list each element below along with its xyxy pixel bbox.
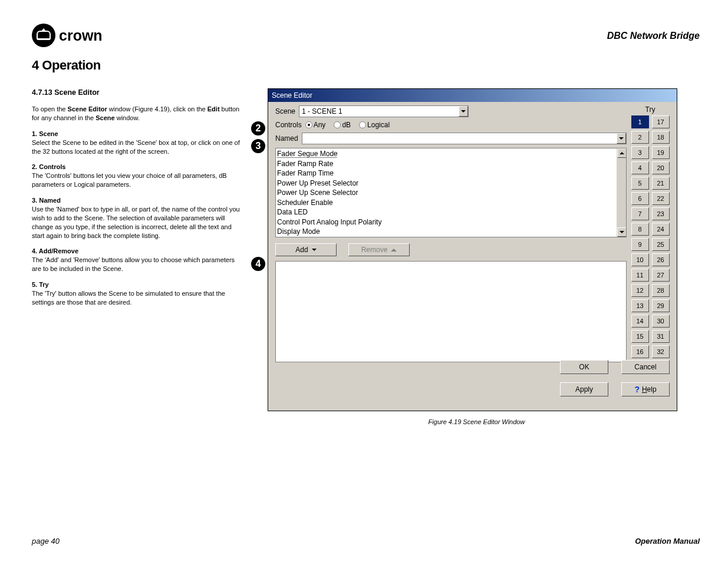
scene-button-10[interactable]: 10 <box>631 253 649 266</box>
list-item[interactable]: Fader Ramp Rate <box>277 159 615 169</box>
scene-button-28[interactable]: 28 <box>652 284 670 297</box>
scene-select-dropdown-button[interactable] <box>459 106 468 117</box>
radio-any-label: Any <box>314 121 326 129</box>
subsection-title: 4.7.13 Scene Editor <box>32 88 242 97</box>
help-icon: ? <box>634 385 640 394</box>
callout-2: 2 <box>251 121 265 135</box>
scene-button-19[interactable]: 19 <box>652 146 670 159</box>
list-item[interactable]: Control Port Analog Input Polarity <box>277 217 615 227</box>
scene-button-24[interactable]: 24 <box>652 223 670 236</box>
arrow-up-icon <box>620 152 624 154</box>
chevron-down-icon <box>461 110 466 113</box>
step-3-title: 3. Named <box>32 197 242 204</box>
callout-4: 4 <box>251 257 265 271</box>
figure-caption: Figure 4.19 Scene Editor Window <box>253 418 700 425</box>
scene-button-6[interactable]: 6 <box>631 192 649 205</box>
scene-button-1[interactable]: 1 <box>631 115 649 128</box>
doc-title: DBC Network Bridge <box>607 31 700 41</box>
arrow-down-icon <box>620 231 624 233</box>
scene-button-17[interactable]: 17 <box>652 115 670 128</box>
scene-button-9[interactable]: 9 <box>631 238 649 251</box>
radio-logical-label: Logical <box>367 121 390 129</box>
scene-button-25[interactable]: 25 <box>652 238 670 251</box>
chevron-up-icon <box>391 249 397 252</box>
radio-any[interactable] <box>305 121 312 128</box>
scene-select-value: 1 - SCENE 1 <box>302 107 342 115</box>
named-label: Named <box>275 134 298 143</box>
add-button-label: Add <box>295 246 308 254</box>
intro-paragraph: To open the Scene Editor window (Figure … <box>32 105 242 123</box>
step-1-text: Select the Scene to be edited in the 'Sc… <box>32 138 242 156</box>
scene-button-27[interactable]: 27 <box>652 269 670 282</box>
scene-button-20[interactable]: 20 <box>652 161 670 174</box>
help-button[interactable]: ?Help <box>621 382 670 396</box>
scene-select[interactable]: 1 - SCENE 1 <box>299 105 469 117</box>
try-panel: Try 117218319420521622723824925102611271… <box>630 105 671 358</box>
scene-button-16[interactable]: 16 <box>631 345 649 358</box>
scene-button-23[interactable]: 23 <box>652 207 670 220</box>
list-item[interactable]: Data LED <box>277 207 615 217</box>
scene-button-22[interactable]: 22 <box>652 192 670 205</box>
step-1-title: 1. Scene <box>32 130 242 137</box>
parameters-listbox[interactable]: Fader Segue Mode Fader Ramp Rate Fader R… <box>275 148 627 237</box>
cancel-button[interactable]: Cancel <box>621 360 670 374</box>
selected-parameters-listbox[interactable] <box>275 261 627 362</box>
scene-label: Scene <box>275 107 295 115</box>
chevron-down-icon <box>312 249 317 251</box>
scene-button-29[interactable]: 29 <box>652 299 670 312</box>
scene-button-31[interactable]: 31 <box>652 330 670 343</box>
list-item[interactable]: Fader Segue Mode <box>277 149 615 159</box>
scene-button-32[interactable]: 32 <box>652 345 670 358</box>
page-number: page 40 <box>32 537 60 546</box>
scene-button-26[interactable]: 26 <box>652 253 670 266</box>
scene-button-11[interactable]: 11 <box>631 269 649 282</box>
step-4-title: 4. Add/Remove <box>32 247 242 254</box>
ok-button[interactable]: OK <box>560 360 608 374</box>
callout-3: 3 <box>251 139 265 153</box>
step-2-text: The 'Controls' buttons let you view your… <box>32 171 242 189</box>
step-5-text: The 'Try' button allows the Scene to be … <box>32 289 242 307</box>
list-item[interactable]: Display Mode <box>277 227 615 237</box>
radio-db-label: dB <box>342 121 351 129</box>
remove-button-label: Remove <box>361 246 388 254</box>
step-3-text: Use the 'Named' box to type in all, or p… <box>32 205 242 240</box>
scroll-up-button[interactable] <box>617 148 627 158</box>
scene-editor-dialog: Scene Editor Scene 1 - SCENE 1 <box>268 88 677 411</box>
list-item[interactable]: Power Up Scene Selector <box>277 188 615 198</box>
scene-button-3[interactable]: 3 <box>631 146 649 159</box>
try-label: Try <box>630 105 671 114</box>
scroll-down-button[interactable] <box>617 227 627 237</box>
scene-button-5[interactable]: 5 <box>631 177 649 190</box>
brand-logo: crown <box>32 24 103 47</box>
listbox-scrollbar[interactable] <box>617 148 626 237</box>
named-input[interactable] <box>302 133 627 144</box>
list-item[interactable]: Scheduler Enable <box>277 198 615 208</box>
chevron-down-icon <box>619 137 624 140</box>
remove-button[interactable]: Remove <box>348 243 410 256</box>
scene-button-12[interactable]: 12 <box>631 284 649 297</box>
named-dropdown-button[interactable] <box>617 133 626 144</box>
scene-button-15[interactable]: 15 <box>631 330 649 343</box>
controls-label: Controls <box>275 121 302 129</box>
scene-button-13[interactable]: 13 <box>631 299 649 312</box>
scene-button-21[interactable]: 21 <box>652 177 670 190</box>
list-item[interactable]: Power Up Preset Selector <box>277 178 615 189</box>
scene-button-8[interactable]: 8 <box>631 223 649 236</box>
radio-db[interactable] <box>334 121 341 128</box>
scene-button-18[interactable]: 18 <box>652 131 670 144</box>
apply-button[interactable]: Apply <box>560 382 608 396</box>
dialog-title: Scene Editor <box>268 89 677 102</box>
scene-button-2[interactable]: 2 <box>631 131 649 144</box>
list-item[interactable]: Fader Ramp Time <box>277 168 615 178</box>
scene-button-4[interactable]: 4 <box>631 161 649 174</box>
step-5-title: 5. Try <box>32 281 242 288</box>
scene-button-7[interactable]: 7 <box>631 207 649 220</box>
step-2-title: 2. Controls <box>32 163 242 170</box>
add-button[interactable]: Add <box>275 243 337 256</box>
step-4-text: The 'Add' and 'Remove' buttons allow you… <box>32 256 242 273</box>
radio-logical[interactable] <box>359 121 366 128</box>
brand-name: crown <box>59 27 103 44</box>
scene-button-14[interactable]: 14 <box>631 315 649 328</box>
scene-button-30[interactable]: 30 <box>652 315 670 328</box>
section-title: 4 Operation <box>32 58 700 73</box>
